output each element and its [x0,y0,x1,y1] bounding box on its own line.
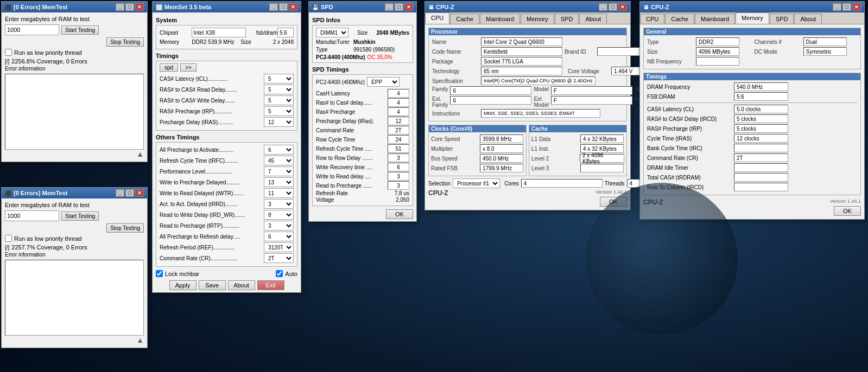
cpuz-voltage-label: Core Voltage [568,68,611,74]
spd-size-value: 2048 MBytes [376,30,409,36]
cpuz-instructions-value: MMX, SSE, SSE2, SSE3, SSSE3, EM64T [481,109,600,118]
cpuz-memory-ok-button[interactable]: OK [834,206,861,216]
spd-tras-value: 12 [388,117,409,125]
spd-ok-button[interactable]: OK [386,209,413,219]
memset-exit-button[interactable]: Exit [257,280,284,290]
memtest1-close[interactable]: ✕ [135,3,144,11]
memset-allpre2-select[interactable]: 6 [264,232,294,241]
memset-chipset-label: Chipset [160,30,192,36]
memset-cas-select[interactable]: 5 [264,74,294,84]
cpuz-memory-maximize[interactable]: □ [842,3,851,11]
memset-rfc-select[interactable]: 45 [264,156,294,165]
cpuz-dramfreq-value: 540.0 MHz [734,82,788,91]
cpuz-processor-select[interactable]: Processor #1 [453,178,500,188]
memset-arrow-button[interactable]: >> [180,63,197,72]
memset-rdtp-select[interactable]: 3 [264,221,294,230]
memtest1-minimize[interactable]: _ [116,3,124,11]
cpuz-package-label: Package [432,59,481,65]
cpuz-extfamily-value: 6 [450,96,531,105]
tab-mem-cpu[interactable]: CPU [640,14,664,24]
tab-cache[interactable]: Cache [450,14,479,24]
spd-profile-label: PC2-6400 (400Mhz) [316,54,365,60]
memset-wtrd-select[interactable]: 11 [264,188,294,198]
memset-perf-select[interactable]: 7 [264,166,294,176]
cpuz-level2-label: Level 2 [531,156,580,162]
cpuz-memcr-label: Command Rate (CR) [647,155,734,161]
memset-rcd-select[interactable]: 5 [264,85,294,94]
tab-memory[interactable]: Memory [521,14,554,24]
memtest2-input-row: 1000 Start Testing [5,210,144,221]
cpuz-cpu-ok-button[interactable]: OK [600,197,627,207]
memtest2-maximize[interactable]: □ [125,189,134,197]
memset-rp-select[interactable]: 5 [264,106,294,116]
memtest1-stop-button[interactable]: Stop Testing [106,37,144,47]
memset-allpre-select[interactable]: 6 [264,145,294,155]
memtest2-status-row: [/] 2257.7% Coverage, 0 Errors [5,244,144,251]
tab-spd[interactable]: SPD [555,14,579,24]
memset-rdwr-select[interactable]: 8 [264,210,294,220]
spd-rcd-row: Ras# to Cas# delay...... 4 [316,98,409,107]
memtest1-status-row: [/] 2256.8% Coverage, 0 Errors [5,58,144,65]
memset-wrtp-select[interactable]: 13 [264,177,294,187]
cpuz-cpu-maximize[interactable]: □ [609,3,617,11]
spd-wrt-label: Write Recovery time .... [316,164,372,170]
cpuz-memrp-row: RAS# Precharge (tRP) 5 clocks [647,124,857,133]
memset-cr-select[interactable]: 2T [264,253,294,263]
cpuz-cpu-close[interactable]: ✕ [618,3,627,11]
memtest1-icon: ⬛ [5,4,11,10]
cpuz-general-left: Type DDR2 Size 4096 MBytes NB Frequency [647,37,750,67]
memtest1-maximize[interactable]: □ [125,3,134,11]
memset-apply-button[interactable]: Apply [169,280,197,290]
memset-auto-check[interactable] [276,270,283,277]
spd-profile-select[interactable]: EPP [367,77,400,87]
memset-save-button[interactable]: Save [199,280,226,290]
cpuz-fsbdram-row: FSB:DRAM 5:6 [647,92,857,101]
memtest1-low-priority-check[interactable] [5,49,12,56]
spd-dimm-select[interactable]: DIMM1 [316,28,349,37]
tab-mainboard[interactable]: Mainboard [480,14,520,24]
memset-lock-check[interactable] [156,270,163,277]
cpuz-memory-close[interactable]: ✕ [852,3,861,11]
spd-maximize[interactable]: □ [395,3,403,11]
memtest2-stop-button[interactable]: Stop Testing [106,223,144,233]
memset-ras-row: Precharge Delay (tRAS).......... 12 [160,117,294,127]
memset-perf-row: Performance Level.................. 7 [160,166,294,176]
memtest2-minimize[interactable]: _ [116,189,124,197]
memtest2-titlebar: ⬛ [0 Errors] MemTest _ □ ✕ [2,188,147,198]
memset-rcdw-select[interactable]: 5 [264,95,294,105]
memset-close[interactable]: ✕ [289,3,297,11]
cpuz-membankcycle-value [734,144,788,152]
tab-mem-cache[interactable]: Cache [665,14,694,24]
memtest2-start-button[interactable]: Start Testing [61,211,99,221]
memtest1-start-button[interactable]: Start Testing [61,25,99,35]
memtest2-ram-input[interactable]: 1000 [5,210,59,221]
memset-trrd-select[interactable]: 3 [264,199,294,209]
memset-maximize[interactable]: □ [279,3,288,11]
memset-minimize[interactable]: _ [269,3,278,11]
tab-mem-mainboard[interactable]: Mainboard [695,14,735,24]
memtest2-low-priority-check[interactable] [5,235,12,242]
spd-close[interactable]: ✕ [404,3,413,11]
memtest2-close[interactable]: ✕ [135,189,144,197]
memset-about-button[interactable]: About [228,280,255,290]
tab-cpu[interactable]: CPU [425,12,449,24]
cpuz-selection-row: Selection Processor #1 Cores 4 Threads 4 [428,178,627,188]
spd-timings-box: PC2-6400 (400Mhz) EPP CasH Latency 4 Ras… [312,74,413,206]
memset-ras-select[interactable]: 12 [264,117,294,127]
memset-chipset-input[interactable]: Intel X38 [192,28,246,37]
memset-fsb-input[interactable]: 5:6 [277,28,294,37]
memtest1-controls: _ □ ✕ [116,3,144,11]
cpuz-dcmode-label: DC Mode [755,49,803,55]
spd-minimize[interactable]: _ [385,3,394,11]
tab-mem-spd[interactable]: SPD [770,14,794,24]
cpuz-memory-minimize[interactable]: _ [833,3,841,11]
memset-tref-select[interactable]: 3120T [264,242,294,252]
cpuz-cpu-minimize[interactable]: _ [599,3,607,11]
tab-mem-memory[interactable]: Memory [736,12,769,24]
memset-controls: _ □ ✕ [269,3,297,11]
memtest1-ram-input[interactable]: 1000 [5,24,59,35]
cpuz-memory-title-left: 🖥 CPU-Z [643,4,669,10]
tab-about[interactable]: About [579,14,607,24]
memset-spd-button[interactable]: spd [160,63,178,72]
tab-mem-about[interactable]: About [794,14,822,24]
